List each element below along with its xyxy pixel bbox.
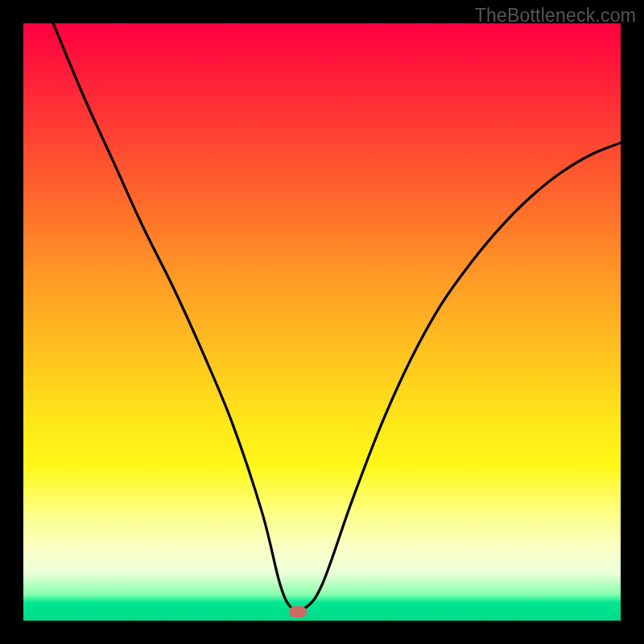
plot-area — [23, 23, 621, 621]
optimum-marker — [289, 606, 307, 617]
chart-frame: TheBottleneck.com — [0, 0, 644, 644]
watermark-text: TheBottleneck.com — [475, 5, 636, 27]
bottleneck-curve — [23, 23, 621, 621]
